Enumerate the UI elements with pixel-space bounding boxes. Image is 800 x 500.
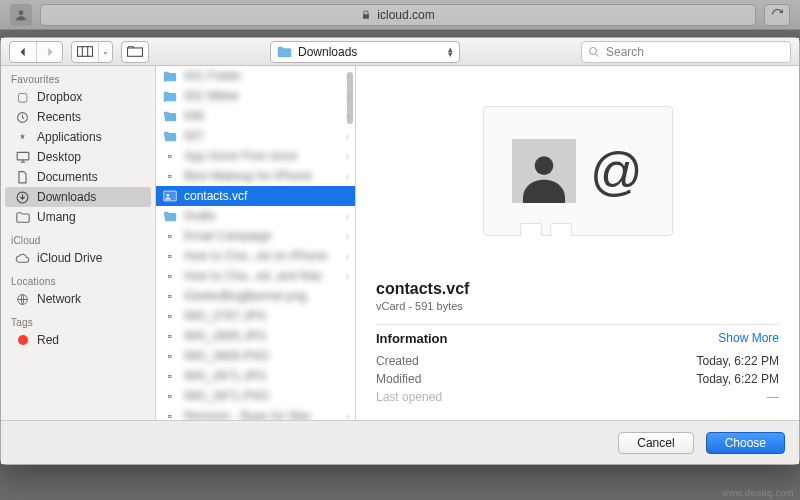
group-button[interactable] [121,41,149,63]
group-icon-button[interactable] [122,42,148,62]
dialog-footer: Cancel Choose [1,420,799,464]
file-open-dialog: ⌄ Downloads ▴▾ Search Favourites ▢Dropbo… [0,37,800,465]
list-item[interactable]: ▫How to Cha...ed on iPhone› [156,246,355,266]
sidebar-item-umang[interactable]: Umang [1,207,155,227]
lock-icon [361,10,371,20]
dialog-toolbar: ⌄ Downloads ▴▾ Search [1,38,799,66]
reload-button[interactable] [764,4,790,26]
list-item[interactable]: ▫iGeeksBlogBanner.png [156,286,355,306]
list-item[interactable]: ▫IMG_0805.PNG [156,346,355,366]
svg-point-10 [167,194,170,197]
list-item[interactable]: 007› [156,126,355,146]
view-columns-button[interactable] [72,42,98,62]
search-placeholder: Search [606,45,644,59]
vcard-artwork: @ [483,106,673,236]
browser-toolbar: icloud.com [0,0,800,30]
chevron-left-icon [19,47,27,57]
list-item[interactable]: ▫Revision - Bugs for Mac› [156,406,355,420]
at-sign-icon: @ [590,141,643,201]
doc-icon [15,171,30,184]
list-item-selected[interactable]: contacts.vcf [156,186,355,206]
folder-grid-icon [127,46,143,57]
apps-icon [15,131,30,144]
list-item[interactable]: Drafts› [156,206,355,226]
list-item[interactable]: ▫IMG_0767.JPG [156,306,355,326]
sidebar: Favourites ▢Dropbox Recents Applications… [1,66,156,420]
svg-rect-1 [78,47,93,57]
sidebar-heading: iCloud [1,227,155,248]
list-item[interactable]: 001 Folder› [156,66,355,86]
list-item[interactable]: 002 Mikke› [156,86,355,106]
sidebar-item-desktop[interactable]: Desktop [1,147,155,167]
sidebar-heading: Tags [1,309,155,330]
information-heading: Information [376,331,448,346]
folder-icon [15,211,30,224]
back-button[interactable] [10,42,36,62]
sidebar-item-applications[interactable]: Applications [1,127,155,147]
desktop-icon [15,151,30,164]
preview-pane: @ contacts.vcf vCard - 591 bytes Informa… [356,66,799,420]
sidebar-item-documents[interactable]: Documents [1,167,155,187]
preview-subtitle: vCard - 591 bytes [376,300,779,312]
sidebar-item-network[interactable]: Network [1,289,155,309]
svg-point-11 [535,156,554,175]
preview-thumbnail: @ [356,66,799,276]
vcard-icon [162,188,178,204]
info-row-modified: ModifiedToday, 6:22 PM [376,370,779,388]
preview-title: contacts.vcf [376,280,779,298]
list-item[interactable]: ▫Best Makeup for iPhone› [156,166,355,186]
svg-point-3 [590,47,597,54]
sidebar-item-downloads[interactable]: Downloads [5,187,151,207]
watermark: www.deuaq.com [721,488,794,498]
search-icon [588,46,600,58]
nav-back-forward[interactable] [9,41,63,63]
info-row-last-opened: Last opened— [376,388,779,406]
file-column[interactable]: 001 Folder› 002 Mikke› 006› 007› ▫App Go… [156,66,356,420]
search-field[interactable]: Search [581,41,791,63]
sidebar-item-recents[interactable]: Recents [1,107,155,127]
choose-button[interactable]: Choose [706,432,785,454]
list-item[interactable]: 006› [156,106,355,126]
updown-icon: ▴▾ [448,47,453,57]
location-popup[interactable]: Downloads ▴▾ [270,41,460,63]
cancel-button[interactable]: Cancel [618,432,693,454]
folder-icon: ▢ [15,91,30,104]
downloads-icon [15,191,30,204]
globe-icon [15,293,30,306]
show-more-link[interactable]: Show More [718,331,779,346]
list-item[interactable]: ▫App Gone Free since› [156,146,355,166]
list-item[interactable]: ▫How to Cha...ed, and Mac› [156,266,355,286]
file-label: contacts.vcf [184,189,247,203]
sidebar-heading: Locations [1,268,155,289]
chevron-right-icon [46,47,54,57]
reload-icon [771,8,784,21]
list-item[interactable]: ▫IMG_0805.JPG [156,326,355,346]
folder-icon [277,46,292,58]
sidebar-heading: Favourites [1,66,155,87]
view-dropdown-button[interactable]: ⌄ [98,42,112,62]
sidebar-item-icloud-drive[interactable]: iCloud Drive [1,248,155,268]
tag-dot-red-icon [15,334,30,347]
svg-point-0 [19,10,24,15]
sidebar-item-dropbox[interactable]: ▢Dropbox [1,87,155,107]
columns-icon [77,46,93,57]
list-item[interactable]: ▫Email Campaign› [156,226,355,246]
list-item[interactable]: ▫IMG_0871.PNG [156,386,355,406]
svg-rect-5 [17,152,29,160]
svg-rect-2 [128,48,143,56]
clock-icon [15,111,30,124]
url-text: icloud.com [377,8,434,22]
view-mode-switch[interactable]: ⌄ [71,41,113,63]
sidebar-item-tag-red[interactable]: Red [1,330,155,350]
user-avatar-chip [10,4,32,26]
cloud-icon [15,252,30,265]
list-item[interactable]: ▫IMG_0871.JPG [156,366,355,386]
location-label: Downloads [298,45,357,59]
info-row-created: CreatedToday, 6:22 PM [376,352,779,370]
address-bar[interactable]: icloud.com [40,4,756,26]
forward-button[interactable] [36,42,62,62]
person-icon [512,139,576,203]
